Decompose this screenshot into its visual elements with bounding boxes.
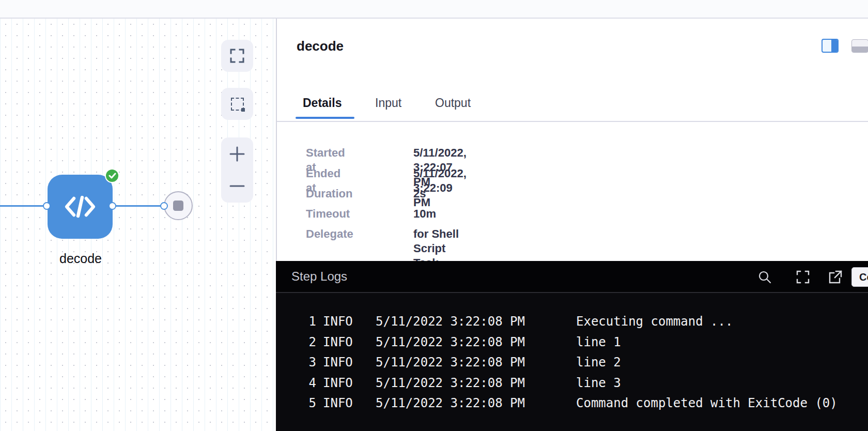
active-tab-underline — [296, 117, 354, 119]
pipeline-edge-out — [112, 205, 164, 207]
tab-input[interactable]: Input — [375, 96, 401, 110]
open-in-new-icon[interactable] — [828, 270, 842, 284]
log-timestamp: 5/11/2022 3:22:08 PM — [376, 312, 525, 332]
zoom-out-icon[interactable] — [229, 178, 245, 194]
log-line: 2 INFO 5/11/2022 3:22:08 PM line 1 — [297, 332, 868, 353]
log-message: Command completed with ExitCode (0) — [576, 393, 838, 414]
fullscreen-icon — [229, 48, 245, 64]
check-icon — [109, 173, 116, 179]
log-line: 3 INFO 5/11/2022 3:22:08 PM line 2 — [297, 352, 868, 373]
log-line: 5 INFO 5/11/2022 3:22:08 PM Command comp… — [297, 393, 868, 414]
tab-output[interactable]: Output — [435, 96, 471, 110]
top-strip — [0, 0, 868, 19]
end-node[interactable] — [164, 191, 193, 220]
node-port-left[interactable] — [43, 202, 51, 210]
log-timestamp: 5/11/2022 3:22:08 PM — [376, 332, 525, 353]
layout-toggle-right-icon[interactable] — [822, 39, 839, 53]
canvas-fullscreen-button[interactable] — [221, 40, 253, 72]
log-level: INFO — [323, 393, 353, 414]
stop-icon — [173, 201, 183, 211]
pipeline-edge-in — [0, 205, 43, 207]
log-message: line 3 — [576, 373, 621, 394]
step-logs-title: Step Logs — [291, 261, 347, 292]
log-timestamp: 5/11/2022 3:22:08 PM — [376, 393, 525, 414]
log-line-number: 3 — [297, 352, 316, 373]
log-timestamp: 5/11/2022 3:22:08 PM — [376, 352, 525, 373]
tab-details[interactable]: Details — [303, 96, 342, 110]
step-logs-body: 1 INFO 5/11/2022 3:22:08 PM Executing co… — [276, 293, 868, 414]
step-logs-header: Step Logs Co — [276, 261, 868, 293]
success-badge — [105, 168, 119, 183]
panel-title: decode — [297, 38, 344, 54]
log-line: 1 INFO 5/11/2022 3:22:08 PM Executing co… — [297, 312, 868, 332]
log-line: 4 INFO 5/11/2022 3:22:08 PM line 3 — [297, 373, 868, 394]
log-timestamp: 5/11/2022 3:22:08 PM — [376, 373, 525, 394]
log-level: INFO — [323, 352, 353, 373]
detail-value: 2s — [413, 187, 426, 201]
node-port-right[interactable] — [109, 202, 116, 210]
log-line-number: 4 — [297, 373, 316, 394]
zoom-in-icon[interactable] — [229, 146, 245, 162]
marquee-select-icon — [231, 98, 244, 111]
end-node-port[interactable] — [160, 202, 168, 210]
detail-value: 10m — [413, 207, 436, 221]
node-label: decode — [34, 251, 127, 266]
step-node-decode[interactable] — [48, 175, 113, 239]
canvas-zoom-controls — [221, 137, 253, 203]
log-level: INFO — [323, 332, 353, 353]
code-icon — [63, 193, 98, 220]
log-message: line 1 — [576, 332, 621, 353]
console-view-button[interactable]: Co — [851, 267, 868, 287]
log-message: line 2 — [576, 352, 621, 373]
layout-toggle-bottom-icon[interactable] — [851, 39, 868, 53]
detail-label: Timeout — [306, 207, 350, 221]
pipeline-canvas[interactable]: decode — [0, 19, 276, 431]
log-message: Executing command ... — [576, 312, 733, 332]
log-level: INFO — [323, 312, 353, 332]
log-level: INFO — [323, 373, 353, 394]
tabs-divider — [277, 121, 868, 122]
step-detail-panel — [277, 19, 868, 261]
log-line-number: 2 — [297, 332, 316, 353]
log-line-number: 5 — [297, 393, 316, 414]
step-logs-panel: Step Logs Co 1 INFO 5/11/2022 3:22:08 PM… — [276, 261, 868, 431]
pipeline-execution-view: decode decode Details Input Output — [0, 0, 868, 431]
log-line-number: 1 — [297, 312, 316, 332]
detail-label: Delegate — [306, 227, 353, 241]
expand-icon[interactable] — [796, 270, 810, 284]
canvas-marquee-select-button[interactable] — [221, 88, 253, 120]
search-icon[interactable] — [757, 270, 772, 284]
detail-label: Duration — [306, 187, 352, 201]
